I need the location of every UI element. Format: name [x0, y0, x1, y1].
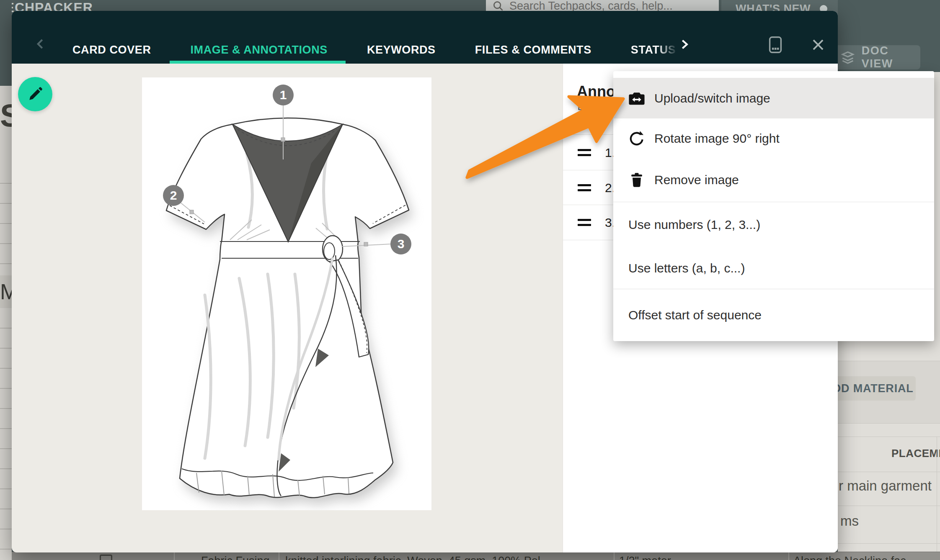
tab-card-cover[interactable]: CARD COVER: [72, 44, 151, 57]
tab-keywords[interactable]: KEYWORDS: [367, 44, 436, 57]
active-tab-underline: [170, 61, 346, 64]
menu-item-label: Offset start of sequence: [628, 308, 762, 322]
material-placement-cell: Along the Neckline fac: [793, 555, 906, 560]
left-selected-row: M: [0, 275, 12, 308]
annotation-canvas[interactable]: 1 2 3: [142, 77, 431, 510]
card-view-icon[interactable]: [766, 35, 785, 54]
modal-tabs: CARD COVER IMAGE & ANNOTATIONS KEYWORDS …: [72, 44, 679, 57]
left-table-rows-lower: [0, 308, 12, 552]
drag-handle-icon[interactable]: [578, 184, 591, 191]
column-divider: [614, 552, 615, 560]
tab-status[interactable]: STATUS &: [631, 44, 679, 57]
svg-text:3: 3: [398, 237, 405, 251]
left-table-rows: [0, 164, 12, 275]
menu-item-use-numbers[interactable]: Use numbers (1, 2, 3...): [613, 202, 934, 247]
pencil-icon: [26, 85, 44, 103]
svg-text:2: 2: [170, 188, 177, 202]
techpacker-app: TECHPACKER WHAT'S NEW 12 ? Sk M DOC VIEW: [0, 0, 940, 560]
column-divider: [279, 552, 279, 560]
column-divider: [788, 552, 789, 560]
trash-icon: [627, 170, 647, 190]
menu-item-label: Rotate image 90° right: [654, 131, 780, 146]
materials-table-row[interactable]: Fabric Fusing knitted interlining fabric…: [12, 552, 940, 560]
material-name-cell: Fabric Fusing: [201, 555, 270, 560]
search-icon: [492, 0, 504, 12]
menu-item-use-letters[interactable]: Use letters (a, b, c...): [613, 247, 934, 289]
tab-files-comments[interactable]: FILES & COMMENTS: [475, 44, 591, 57]
menu-item-label: Use letters (a, b, c...): [628, 261, 745, 275]
table-divider: [838, 472, 940, 472]
menu-item-label: Upload/switch image: [654, 91, 770, 105]
marker-2[interactable]: 2: [163, 185, 184, 206]
layers-icon: [840, 49, 856, 66]
dress-sketch: 1 2 3: [142, 77, 431, 510]
image-options-context-menu: Upload/switch image Rotate image 90° rig…: [613, 71, 934, 341]
drag-handle-icon[interactable]: [578, 219, 591, 226]
back-chevron-icon[interactable]: [34, 38, 47, 50]
annotations-subtitle: Enter a: [578, 102, 606, 112]
menu-item-upload-switch-image[interactable]: Upload/switch image: [613, 78, 934, 118]
menu-item-label: Remove image: [654, 173, 739, 187]
row-checkbox[interactable]: [100, 555, 112, 560]
modal-header: CARD COVER IMAGE & ANNOTATIONS KEYWORDS …: [12, 11, 838, 64]
marker-1[interactable]: 1: [273, 85, 294, 105]
menu-item-offset-sequence[interactable]: Offset start of sequence: [613, 289, 934, 341]
tab-image-annotations[interactable]: IMAGE & ANNOTATIONS: [191, 44, 328, 57]
menu-item-rotate-image[interactable]: Rotate image 90° right: [613, 118, 934, 158]
placement-cell-2: ms: [840, 513, 859, 529]
doc-view-button[interactable]: DOC VIEW: [832, 45, 920, 69]
drag-handle-icon[interactable]: [578, 149, 591, 156]
placement-column-header: PLACEMENT: [891, 447, 940, 460]
column-divider: [174, 552, 175, 560]
menu-item-remove-image[interactable]: Remove image: [613, 158, 934, 202]
svg-text:1: 1: [280, 88, 287, 102]
background-left-column: Sk M: [0, 0, 12, 560]
menu-item-label: Use numbers (1, 2, 3...): [628, 218, 760, 232]
table-divider: [838, 437, 940, 437]
table-divider: [838, 543, 940, 544]
marker-3[interactable]: 3: [390, 234, 411, 254]
close-icon[interactable]: [810, 37, 826, 53]
table-column-border: [937, 437, 937, 560]
upload-switch-image-icon: [627, 88, 647, 108]
material-description-cell: knitted interlining fabric, Woven, 45 gs…: [285, 555, 540, 560]
doc-view-label: DOC VIEW: [862, 44, 920, 70]
edit-image-button[interactable]: [18, 77, 52, 111]
tabs-scroll-right-icon[interactable]: [679, 39, 690, 50]
rotate-image-icon: [627, 128, 647, 149]
placement-cell-1: r main garment: [839, 478, 932, 494]
left-column-header: [0, 0, 12, 86]
material-quantity-cell: 1/2" meter: [619, 555, 671, 560]
table-divider: [838, 506, 940, 506]
